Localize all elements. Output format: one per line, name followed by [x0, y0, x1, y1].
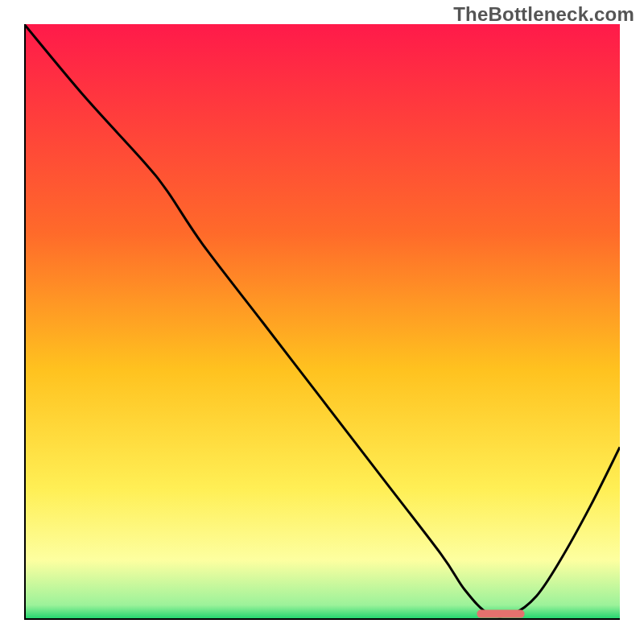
gradient-background	[24, 24, 620, 620]
bottleneck-chart	[24, 24, 620, 620]
optimal-marker	[477, 610, 524, 618]
chart-container: TheBottleneck.com	[0, 0, 644, 644]
watermark-label: TheBottleneck.com	[453, 3, 634, 26]
plot-area	[24, 24, 620, 620]
